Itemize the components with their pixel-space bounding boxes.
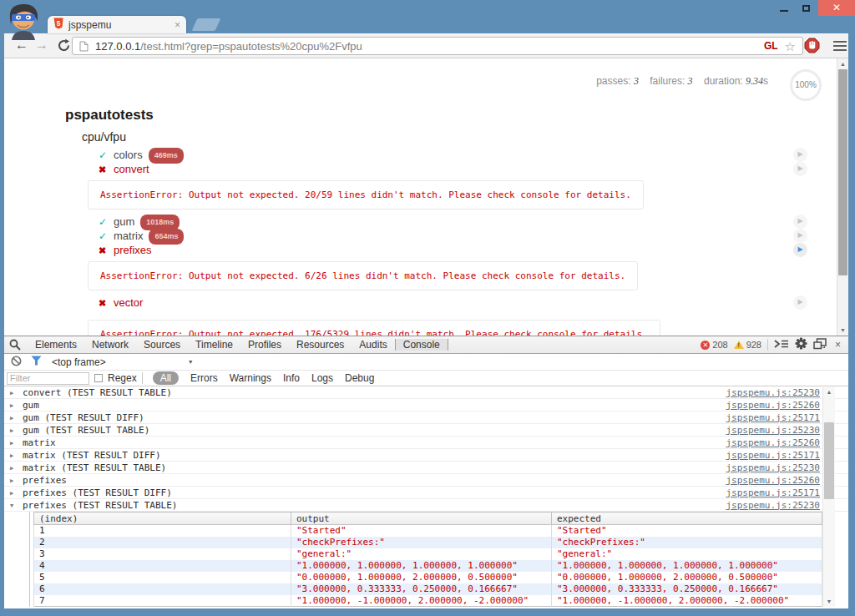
level-filter-info[interactable]: Info: [283, 372, 300, 384]
profile-avatar-icon[interactable]: [7, 2, 40, 40]
source-link[interactable]: jspspemu.js:25230: [726, 425, 820, 436]
scroll-thumb[interactable]: [838, 69, 847, 275]
test-row: ✓colors469ms▶: [99, 148, 848, 162]
disclosure-triangle-icon[interactable]: ▶: [10, 390, 13, 396]
source-link[interactable]: jspspemu.js:25260: [726, 437, 820, 448]
table-column-header: (index): [34, 512, 291, 525]
replay-button[interactable]: ▶: [793, 162, 807, 176]
warning-count-icon[interactable]: [734, 341, 744, 349]
subsuite-title[interactable]: cpu/vfpu: [82, 130, 848, 144]
test-name[interactable]: vector: [114, 296, 143, 309]
table-cell-expected: "checkPrefixes:": [552, 537, 822, 548]
level-filter-errors[interactable]: Errors: [190, 372, 218, 384]
duration-unit: s: [763, 75, 768, 87]
dock-side-icon[interactable]: [813, 338, 827, 352]
scroll-down-icon[interactable]: ▼: [837, 325, 848, 336]
new-tab-button[interactable]: [192, 18, 221, 31]
devtools-tab-network[interactable]: Network: [84, 339, 136, 351]
devtools-tab-timeline[interactable]: Timeline: [188, 339, 240, 351]
filter-input[interactable]: [7, 372, 89, 385]
replay-button[interactable]: ▶: [793, 295, 807, 310]
devtools-toolbar-right: ✕ 208 928: [701, 336, 848, 353]
console-entry-label: matrix: [23, 437, 56, 448]
level-filter-all[interactable]: All: [153, 371, 179, 385]
source-link[interactable]: jspspemu.js:25260: [726, 400, 820, 411]
close-button[interactable]: ✕: [818, 0, 855, 16]
replay-button[interactable]: ▶: [793, 148, 807, 162]
disclosure-triangle-icon[interactable]: ▼: [10, 502, 13, 509]
stop-hand-extension-icon[interactable]: [804, 38, 820, 57]
devtools-tab-resources[interactable]: Resources: [289, 339, 352, 351]
devtools-tab-audits[interactable]: Audits: [352, 339, 394, 351]
replay-button[interactable]: ▶: [793, 243, 807, 257]
filter-funnel-icon[interactable]: [31, 356, 42, 368]
disclosure-triangle-icon[interactable]: ▶: [10, 427, 13, 434]
disclosure-triangle-icon[interactable]: ▶: [10, 402, 13, 409]
source-link[interactable]: jspspemu.js:25230: [726, 500, 820, 511]
source-link[interactable]: jspspemu.js:25230: [726, 462, 820, 473]
devtools-tab-console[interactable]: Console: [395, 339, 448, 351]
table-row: 6"3.000000, 0.333333, 0.250000, 0.166667…: [34, 583, 822, 595]
devtools-tab-elements[interactable]: Elements: [28, 339, 84, 351]
settings-gear-icon[interactable]: [795, 337, 807, 352]
disclosure-triangle-icon[interactable]: ▶: [10, 465, 13, 472]
scroll-up-icon[interactable]: ▲: [823, 387, 835, 397]
error-count-icon[interactable]: ✕: [701, 341, 710, 350]
disclosure-triangle-icon[interactable]: ▶: [10, 440, 13, 447]
table-cell-index: 5: [34, 572, 291, 583]
gl-badge[interactable]: GL: [764, 40, 778, 52]
replay-button[interactable]: ▶: [793, 229, 807, 243]
console-drawer-icon[interactable]: [774, 339, 789, 351]
scroll-thumb[interactable]: [824, 422, 834, 499]
devtools-tab-profiles[interactable]: Profiles: [240, 339, 289, 351]
regex-checkbox[interactable]: [94, 374, 103, 382]
source-link[interactable]: jspspemu.js:25260: [726, 475, 820, 486]
inspect-magnifier-icon[interactable]: [4, 336, 28, 353]
disclosure-triangle-icon[interactable]: ▶: [10, 490, 13, 497]
reload-icon[interactable]: [54, 38, 73, 58]
mocha-stats: passes: 3 failures: 3 duration: 9.34s: [596, 75, 768, 88]
disclosure-triangle-icon[interactable]: ▶: [10, 477, 13, 484]
table-row: 4"1.000000, 1.000000, 1.000000, 1.000000…: [34, 560, 822, 572]
tab-close-icon[interactable]: ×: [175, 20, 180, 30]
test-name[interactable]: convert: [114, 163, 149, 175]
warning-count[interactable]: 928: [746, 340, 761, 350]
disclosure-triangle-icon[interactable]: ▶: [10, 452, 13, 459]
progress-value: 100%: [795, 80, 817, 89]
table-cell-expected: "3.000000, 0.333333, 0.250000, 0.166667": [552, 583, 822, 595]
passes-value: 3: [634, 75, 639, 87]
devtools-close-icon[interactable]: ×: [832, 339, 843, 351]
source-link[interactable]: jspspemu.js:25171: [726, 450, 820, 461]
test-name[interactable]: colors: [114, 149, 143, 161]
test-name[interactable]: prefixes: [114, 244, 152, 256]
minimize-button[interactable]: [773, 0, 795, 16]
test-name[interactable]: gum: [114, 215, 134, 228]
table-cell-expected: "1.000000, 1.000000, 1.000000, 1.000000": [552, 560, 822, 572]
browser-tab[interactable]: 5 jspspemu ×: [48, 16, 186, 33]
level-filter-debug[interactable]: Debug: [345, 372, 374, 384]
test-row: ✓matrix654ms▶: [99, 229, 848, 243]
source-link[interactable]: jspspemu.js:25230: [726, 387, 820, 398]
bookmark-star-icon[interactable]: ☆: [785, 40, 796, 53]
replay-button[interactable]: ▶: [793, 215, 807, 229]
frame-selector-dropdown-icon[interactable]: ▼: [188, 359, 194, 365]
scroll-down-icon[interactable]: ▼: [823, 597, 835, 607]
console-scrollbar[interactable]: ▲ ▼: [822, 387, 835, 607]
page-scrollbar[interactable]: ▲ ▼: [837, 58, 848, 336]
test-name[interactable]: matrix: [114, 230, 143, 242]
source-link[interactable]: jspspemu.js:25171: [726, 487, 820, 498]
devtools-tab-sources[interactable]: Sources: [136, 339, 188, 351]
suite-title[interactable]: pspautotests: [65, 107, 848, 124]
clear-console-icon[interactable]: [11, 356, 22, 369]
level-filter-warnings[interactable]: Warnings: [230, 372, 271, 384]
disclosure-triangle-icon[interactable]: ▶: [10, 415, 13, 422]
error-count[interactable]: 208: [712, 340, 727, 350]
frame-selector[interactable]: <top frame>: [52, 356, 106, 368]
scroll-up-icon[interactable]: ▲: [837, 58, 848, 69]
level-filter-logs[interactable]: Logs: [311, 372, 333, 384]
url-bar[interactable]: 127.0.0.1/test.html?grep=pspautotests%20…: [72, 37, 803, 55]
menu-icon[interactable]: [833, 41, 847, 51]
maximize-button[interactable]: [795, 0, 817, 16]
source-link[interactable]: jspspemu.js:25171: [726, 412, 820, 423]
failures-label: failures:: [650, 75, 685, 87]
